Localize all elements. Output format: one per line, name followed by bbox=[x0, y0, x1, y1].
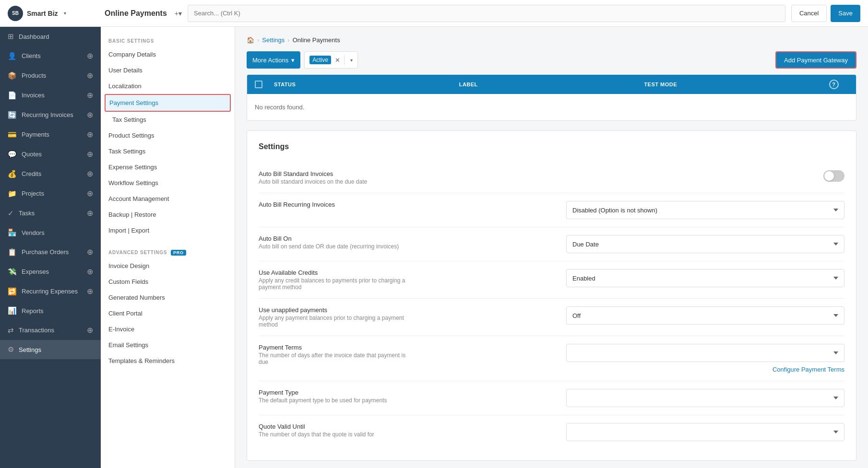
cancel-button[interactable]: Cancel bbox=[791, 5, 827, 22]
sidebar-item-tasks[interactable]: ✓ Tasks ⊕ bbox=[0, 203, 101, 223]
settings-item-import-export[interactable]: Import | Export bbox=[101, 222, 235, 238]
quote-valid-until-title: Quote Valid Until bbox=[259, 423, 412, 430]
payment-terms-select[interactable] bbox=[566, 344, 844, 362]
settings-item-e-invoice[interactable]: E-Invoice bbox=[101, 321, 235, 337]
settings-item-custom-fields[interactable]: Custom Fields bbox=[101, 274, 235, 290]
recurring-expenses-add-icon[interactable]: ⊕ bbox=[87, 287, 93, 296]
recurring-expenses-icon: 🔁 bbox=[8, 287, 17, 296]
page-title: Online Payments bbox=[105, 9, 167, 18]
transactions-add-icon[interactable]: ⊕ bbox=[87, 326, 93, 335]
auto-bill-recurring-select[interactable]: Disabled (Option is not shown) bbox=[566, 201, 844, 219]
breadcrumb-settings[interactable]: Settings bbox=[262, 36, 285, 44]
add-payment-gateway-button[interactable]: Add Payment Gateway bbox=[775, 51, 856, 69]
sidebar-label-dashboard: Dashboard bbox=[19, 33, 49, 40]
active-filter-tag: Active bbox=[309, 56, 331, 64]
toolbar: More Actions ▾ Active ✕ ▾ Add Payment Ga… bbox=[247, 51, 856, 69]
settings-content: Settings Auto Bill Standard Invoices Aut… bbox=[247, 130, 856, 461]
sidebar-item-purchase-orders[interactable]: 📋 Purchase Orders ⊕ bbox=[0, 242, 101, 262]
settings-item-invoice-design[interactable]: Invoice Design bbox=[101, 258, 235, 274]
settings-item-workflow-settings[interactable]: Workflow Settings bbox=[101, 175, 235, 191]
sidebar-item-credits[interactable]: 💰 Credits ⊕ bbox=[0, 164, 101, 184]
settings-item-task-settings[interactable]: Task Settings bbox=[101, 143, 235, 159]
auto-bill-on-select[interactable]: Due Date bbox=[566, 235, 844, 253]
breadcrumb-home-icon[interactable]: 🏠 bbox=[247, 36, 254, 44]
use-unapplied-payments-select[interactable]: Off bbox=[566, 306, 844, 325]
setting-label-payment-terms: Payment Terms The number of days after t… bbox=[259, 344, 412, 365]
invoices-add-icon[interactable]: ⊕ bbox=[87, 91, 93, 100]
content-area: 🏠 › Settings › Online Payments More Acti… bbox=[235, 27, 868, 468]
settings-item-account-management[interactable]: Account Management bbox=[101, 191, 235, 207]
sidebar-item-payments[interactable]: 💳 Payments ⊕ bbox=[0, 125, 101, 144]
settings-item-payment-settings[interactable]: Payment Settings bbox=[105, 94, 231, 112]
tasks-icon: ✓ bbox=[8, 209, 14, 218]
settings-item-product-settings[interactable]: Product Settings bbox=[101, 128, 235, 143]
sidebar-item-settings[interactable]: ⚙ Settings bbox=[0, 340, 101, 359]
products-add-icon[interactable]: ⊕ bbox=[87, 71, 93, 80]
setting-label-auto-bill-on: Auto Bill On Auto bill on send date OR d… bbox=[259, 235, 412, 250]
page-plus-icon[interactable]: +▾ bbox=[175, 10, 182, 17]
sidebar-item-reports[interactable]: 📊 Reports bbox=[0, 301, 101, 320]
recurring-invoices-add-icon[interactable]: ⊕ bbox=[87, 110, 93, 119]
topbar-actions: Cancel Save bbox=[791, 5, 860, 22]
brand-chevron-icon[interactable]: ▾ bbox=[64, 11, 66, 16]
quotes-add-icon[interactable]: ⊕ bbox=[87, 150, 93, 159]
sidebar-item-clients[interactable]: 👤 Clients ⊕ bbox=[0, 46, 101, 66]
breadcrumb-current: Online Payments bbox=[293, 36, 340, 44]
setting-row-use-available-credits: Use Available Credits Apply any credit b… bbox=[259, 261, 844, 299]
search-input[interactable] bbox=[188, 5, 785, 22]
payment-terms-control: Configure Payment Terms bbox=[424, 344, 844, 373]
save-button[interactable]: Save bbox=[831, 5, 860, 22]
data-table: STATUS LABEL TEST MODE ? No records foun… bbox=[247, 74, 856, 121]
sidebar-item-expenses[interactable]: 💸 Expenses ⊕ bbox=[0, 262, 101, 281]
quote-valid-until-select[interactable] bbox=[566, 423, 844, 441]
payments-icon: 💳 bbox=[8, 130, 17, 139]
payment-type-select[interactable] bbox=[566, 389, 844, 407]
settings-item-expense-settings[interactable]: Expense Settings bbox=[101, 159, 235, 175]
setting-label-use-unapplied-payments: Use unapplied payments Apply any payment… bbox=[259, 306, 412, 328]
settings-item-templates-reminders[interactable]: Templates & Reminders bbox=[101, 353, 235, 369]
sidebar-item-projects[interactable]: 📁 Projects ⊕ bbox=[0, 184, 101, 203]
projects-add-icon[interactable]: ⊕ bbox=[87, 189, 93, 198]
setting-row-auto-bill-standard: Auto Bill Standard Invoices Auto bill st… bbox=[259, 163, 844, 193]
filter-divider bbox=[344, 55, 345, 65]
sidebar-item-dashboard[interactable]: ⊞ Dashboard bbox=[0, 27, 101, 46]
sidebar-item-recurring-expenses[interactable]: 🔁 Recurring Expenses ⊕ bbox=[0, 281, 101, 301]
settings-item-client-portal[interactable]: Client Portal bbox=[101, 305, 235, 321]
more-actions-label: More Actions bbox=[252, 57, 288, 64]
sidebar-item-quotes[interactable]: 💬 Quotes ⊕ bbox=[0, 144, 101, 164]
use-available-credits-select[interactable]: Enabled bbox=[566, 269, 844, 287]
sidebar-item-transactions[interactable]: ⇄ Transactions ⊕ bbox=[0, 320, 101, 340]
settings-item-localization[interactable]: Localization bbox=[101, 78, 235, 94]
sidebar-item-products[interactable]: 📦 Products ⊕ bbox=[0, 66, 101, 85]
settings-item-user-details[interactable]: User Details bbox=[101, 62, 235, 78]
setting-row-payment-type: Payment Type The default payment type to… bbox=[259, 381, 844, 415]
settings-item-email-settings[interactable]: Email Settings bbox=[101, 337, 235, 353]
tasks-add-icon[interactable]: ⊕ bbox=[87, 209, 93, 218]
clients-add-icon[interactable]: ⊕ bbox=[87, 51, 93, 60]
purchase-orders-icon: 📋 bbox=[8, 248, 17, 257]
active-filter-remove-icon[interactable]: ✕ bbox=[335, 57, 340, 64]
settings-item-generated-numbers[interactable]: Generated Numbers bbox=[101, 290, 235, 305]
products-icon: 📦 bbox=[8, 71, 17, 80]
sidebar-item-vendors[interactable]: 🏪 Vendors bbox=[0, 223, 101, 242]
select-all-cell[interactable] bbox=[255, 81, 274, 88]
filter-chevron-icon[interactable]: ▾ bbox=[350, 58, 353, 63]
settings-item-tax-settings[interactable]: Tax Settings bbox=[101, 112, 235, 128]
purchase-orders-add-icon[interactable]: ⊕ bbox=[87, 247, 93, 257]
sidebar-item-recurring-invoices[interactable]: 🔄 Recurring Invoices ⊕ bbox=[0, 105, 101, 125]
auto-bill-recurring-control: Disabled (Option is not shown) bbox=[424, 201, 844, 219]
settings-item-backup-restore[interactable]: Backup | Restore bbox=[101, 207, 235, 222]
help-icon[interactable]: ? bbox=[829, 80, 839, 89]
configure-payment-terms-link[interactable]: Configure Payment Terms bbox=[773, 366, 844, 373]
expenses-add-icon[interactable]: ⊕ bbox=[87, 267, 93, 276]
settings-item-company-details[interactable]: Company Details bbox=[101, 47, 235, 62]
sidebar-item-invoices[interactable]: 📄 Invoices ⊕ bbox=[0, 85, 101, 105]
auto-bill-standard-toggle[interactable] bbox=[823, 170, 844, 182]
select-all-checkbox[interactable] bbox=[255, 81, 262, 88]
payments-add-icon[interactable]: ⊕ bbox=[87, 130, 93, 139]
more-actions-button[interactable]: More Actions ▾ bbox=[247, 51, 300, 69]
credits-add-icon[interactable]: ⊕ bbox=[87, 169, 93, 178]
payment-type-control bbox=[424, 389, 844, 407]
projects-icon: 📁 bbox=[8, 189, 17, 198]
sidebar-label-credits: Credits bbox=[22, 170, 41, 177]
